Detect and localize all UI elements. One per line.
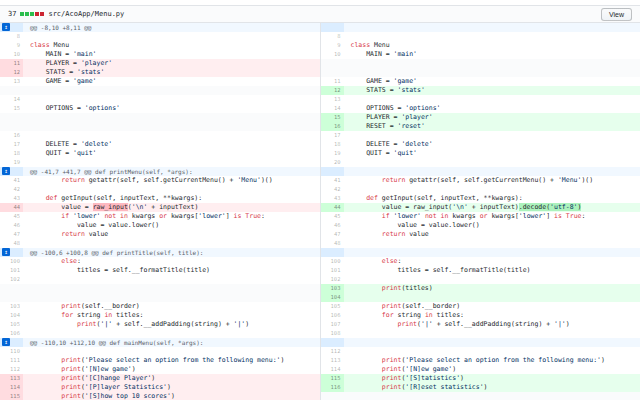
new-line-number[interactable]: 14: [320, 104, 344, 113]
old-line-number[interactable]: 46: [0, 221, 23, 230]
hunk-header-right: [344, 23, 640, 32]
new-line-number[interactable]: 114: [320, 365, 344, 374]
view-button[interactable]: View: [601, 8, 632, 21]
old-line-number[interactable]: [0, 122, 23, 131]
old-line-number[interactable]: 48: [0, 239, 23, 248]
old-code-line: print('[P]layer Statistics'): [23, 383, 320, 392]
old-line-number[interactable]: 19: [0, 158, 23, 167]
new-line-number[interactable]: 8: [320, 32, 344, 41]
new-line-number[interactable]: 103: [320, 284, 344, 293]
new-line-number[interactable]: 16: [320, 122, 344, 131]
diff-row: 15 PLAYER = 'player': [0, 113, 640, 122]
expand-hunk-cell[interactable]: ↕: [0, 23, 23, 32]
old-line-number[interactable]: 102: [0, 275, 23, 284]
new-line-number[interactable]: 17: [320, 131, 344, 140]
new-line-number[interactable]: [320, 392, 344, 400]
new-code-line: value = value.lower(): [344, 221, 640, 230]
new-line-number[interactable]: [320, 68, 344, 77]
expand-hunk-icon[interactable]: ↕: [2, 23, 10, 31]
old-line-number[interactable]: 16: [0, 131, 23, 140]
new-line-number[interactable]: 112: [320, 347, 344, 356]
old-line-number[interactable]: 44: [0, 203, 23, 212]
old-line-number[interactable]: 110: [0, 347, 23, 356]
old-line-number[interactable]: 10: [0, 50, 23, 59]
new-line-number[interactable]: 42: [320, 185, 344, 194]
old-line-number[interactable]: 14: [0, 95, 23, 104]
new-line-number[interactable]: 46: [320, 221, 344, 230]
new-line-number[interactable]: [320, 59, 344, 68]
expand-hunk-cell[interactable]: ↕: [0, 248, 23, 257]
new-line-number[interactable]: 45: [320, 212, 344, 221]
new-line-number[interactable]: 44: [320, 203, 344, 212]
old-line-number[interactable]: 12: [0, 68, 23, 77]
old-line-number[interactable]: [0, 293, 23, 302]
old-line-number[interactable]: 112: [0, 365, 23, 374]
old-line-number[interactable]: 106: [0, 329, 23, 338]
new-line-number[interactable]: 47: [320, 230, 344, 239]
new-line-number[interactable]: 9: [320, 41, 344, 50]
new-line-number[interactable]: 48: [320, 239, 344, 248]
new-line-number[interactable]: 20: [320, 158, 344, 167]
old-line-number[interactable]: 100: [0, 257, 23, 266]
new-code-line: STATS = 'stats': [344, 86, 640, 95]
new-code-line: MAIN = 'main': [344, 50, 640, 59]
diff-view: 37 src/AcoApp/Menu.py View ↕@@ -8,10 +8,…: [0, 0, 640, 400]
new-code-line: GAME = 'game': [344, 77, 640, 86]
old-line-number[interactable]: 111: [0, 356, 23, 365]
old-line-number[interactable]: 101: [0, 266, 23, 275]
old-line-number[interactable]: 13: [0, 77, 23, 86]
old-line-number[interactable]: 45: [0, 212, 23, 221]
new-line-number[interactable]: 15: [320, 113, 344, 122]
new-line-number[interactable]: 116: [320, 383, 344, 392]
new-line-number[interactable]: 105: [320, 302, 344, 311]
old-line-number[interactable]: [0, 284, 23, 293]
expand-hunk-icon[interactable]: ↕: [2, 167, 10, 175]
expand-hunk-cell[interactable]: ↕: [0, 338, 23, 347]
new-line-number[interactable]: 104: [320, 293, 344, 302]
old-line-number[interactable]: 47: [0, 230, 23, 239]
old-code-line: QUIT = 'quit': [23, 149, 320, 158]
old-line-number[interactable]: 113: [0, 374, 23, 383]
expand-hunk-icon[interactable]: ↕: [2, 338, 10, 346]
old-line-number[interactable]: 18: [0, 149, 23, 158]
new-line-number[interactable]: 18: [320, 140, 344, 149]
old-line-number[interactable]: 43: [0, 194, 23, 203]
old-line-number[interactable]: 103: [0, 302, 23, 311]
old-line-number[interactable]: 104: [0, 311, 23, 320]
diff-row: 13 GAME = 'game'11 GAME = 'game': [0, 77, 640, 86]
new-line-number[interactable]: 106: [320, 311, 344, 320]
new-line-number[interactable]: 10: [320, 50, 344, 59]
new-line-number[interactable]: 11: [320, 77, 344, 86]
old-line-number[interactable]: 9: [0, 41, 23, 50]
old-line-number[interactable]: 114: [0, 383, 23, 392]
diffstat-block: [25, 12, 29, 16]
new-line-number[interactable]: 101: [320, 266, 344, 275]
new-line-number[interactable]: 19: [320, 149, 344, 158]
old-line-number[interactable]: 11: [0, 59, 23, 68]
old-line-number[interactable]: [0, 113, 23, 122]
new-line-number[interactable]: 113: [320, 356, 344, 365]
new-line-number[interactable]: 41: [320, 176, 344, 185]
old-line-number[interactable]: 15: [0, 104, 23, 113]
old-line-number[interactable]: 17: [0, 140, 23, 149]
old-line-number[interactable]: 8: [0, 32, 23, 41]
old-line-number[interactable]: 115: [0, 392, 23, 400]
expand-hunk-cell[interactable]: ↕: [0, 167, 23, 176]
file-path[interactable]: src/AcoApp/Menu.py: [48, 10, 124, 18]
new-code-line: print('[N]ew game'): [344, 365, 640, 374]
diff-row: 104 for string in titles:106 for string …: [0, 311, 640, 320]
old-line-number[interactable]: 105: [0, 320, 23, 329]
expand-hunk-icon[interactable]: ↕: [2, 248, 10, 256]
new-line-number[interactable]: 12: [320, 86, 344, 95]
new-line-number[interactable]: 107: [320, 320, 344, 329]
new-line-number[interactable]: 100: [320, 257, 344, 266]
old-line-number[interactable]: 41: [0, 176, 23, 185]
old-line-number[interactable]: 42: [0, 185, 23, 194]
diff-row: 11 PLAYER = 'player': [0, 59, 640, 68]
new-line-number[interactable]: 13: [320, 95, 344, 104]
new-line-number[interactable]: 43: [320, 194, 344, 203]
new-line-number[interactable]: 108: [320, 329, 344, 338]
new-line-number[interactable]: 115: [320, 374, 344, 383]
old-line-number[interactable]: [0, 86, 23, 95]
new-line-number[interactable]: 102: [320, 275, 344, 284]
